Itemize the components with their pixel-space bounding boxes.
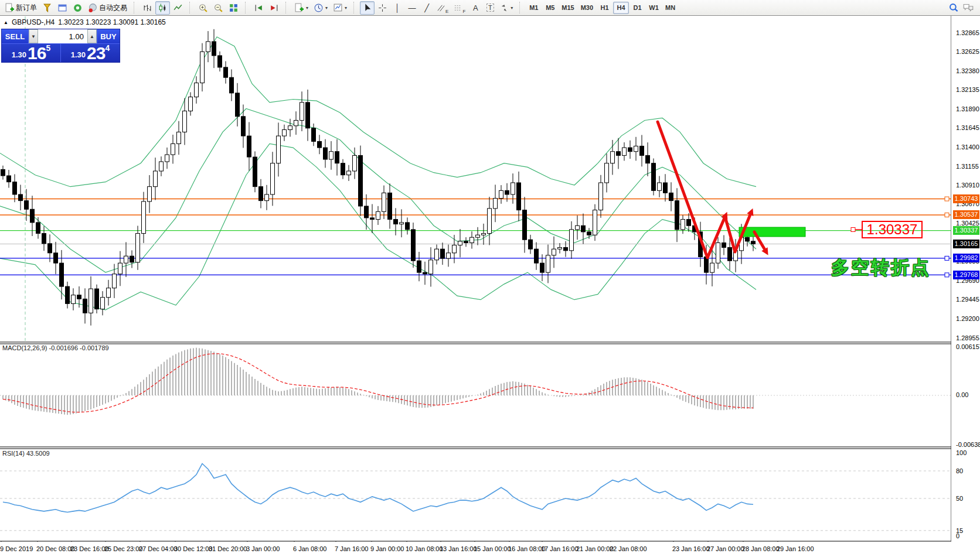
symbol-header: ▲ GBPUSD-,H4 1.30223 1.30223 1.30091 1.3… — [4, 18, 166, 26]
toolbar-separator — [134, 2, 137, 13]
search-icon[interactable] — [948, 2, 959, 13]
time-axis-label: 31 Dec 20:00 — [209, 545, 247, 552]
time-axis[interactable]: 9 Dec 201920 Dec 08:0023 Dec 16:0025 Dec… — [0, 542, 980, 557]
fibonacci-button[interactable]: F — [451, 1, 468, 15]
sell-price-main: 1.30 — [12, 49, 26, 61]
buy-button[interactable]: BUY — [97, 29, 120, 43]
new-order-button[interactable]: 新订单 — [2, 1, 39, 15]
sell-button[interactable]: SELL — [2, 29, 29, 43]
new-order-icon — [5, 3, 15, 13]
time-axis-label: 29 Jan 16:00 — [777, 545, 814, 552]
arrows-tool-icon — [500, 4, 509, 12]
tile-windows-button[interactable] — [226, 1, 241, 15]
price-tick-label: 1.30425 — [956, 220, 979, 227]
timeframe-button-m30[interactable]: M30 — [578, 2, 596, 14]
crosshair-button[interactable] — [375, 1, 390, 15]
bar-chart-button[interactable] — [140, 1, 155, 15]
timeframe-button-mn[interactable]: MN — [662, 2, 678, 14]
price-callout-text: 1.30337 — [867, 221, 918, 238]
line-chart-button[interactable] — [171, 1, 185, 15]
time-axis-label: 22 Jan 08:00 — [610, 545, 647, 552]
buy-price[interactable]: 1.30 23 4 — [61, 44, 120, 62]
time-axis-label: 27 Jan 00:00 — [707, 545, 744, 552]
chat-icon[interactable] — [962, 2, 974, 13]
crosshair-icon — [377, 3, 387, 13]
auto-scroll-button[interactable] — [251, 1, 266, 15]
trend-arrows[interactable] — [658, 122, 768, 258]
channel-button[interactable]: E — [434, 1, 451, 15]
bar-chart-icon — [142, 3, 152, 13]
text-label-button[interactable]: T — [483, 1, 497, 15]
turning-point-annotation[interactable]: 多空转折点 — [831, 255, 931, 280]
one-click-trade-panel: SELL ▼ ▲ BUY 1.30 16 5 1.30 23 4 — [1, 29, 120, 63]
timeframe-button-h4[interactable]: H4 — [613, 2, 629, 14]
trendline-button[interactable]: ╱ — [420, 1, 434, 15]
price-tick-label: 1.31400 — [956, 143, 979, 151]
price-tick-label: 1.30910 — [956, 182, 979, 189]
volume-input[interactable] — [38, 29, 87, 43]
timeframe-button-m1[interactable]: M1 — [526, 2, 542, 14]
new-chart-icon — [57, 3, 67, 13]
price-tick-label: 1.32625 — [956, 48, 979, 55]
candlestick-chart-button[interactable] — [155, 1, 170, 15]
buy-price-big: 23 — [87, 45, 105, 61]
time-axis-label: 25 Dec 23:00 — [104, 545, 142, 552]
chevron-down-icon: ▾ — [325, 5, 328, 11]
volume-down-button[interactable]: ▼ — [29, 29, 38, 43]
timeframe-button-d1[interactable]: D1 — [629, 2, 645, 14]
vertical-line-icon: │ — [395, 4, 400, 12]
time-axis-label: 15 Jan 00:00 — [474, 545, 511, 552]
horizontal-line-button[interactable]: — — [405, 1, 419, 15]
sell-price[interactable]: 1.30 16 5 — [2, 44, 61, 62]
timeframe-button-h1[interactable]: H1 — [597, 2, 612, 14]
fibonacci-icon — [454, 4, 462, 12]
text-label-label: T — [486, 4, 494, 12]
metaeditor-button[interactable] — [40, 1, 55, 15]
macd-indicator-label: MACD(12,26,9) -0.001696 -0.001789 — [2, 344, 109, 351]
price-tick-label: 1.29200 — [956, 315, 979, 322]
chart-shift-button[interactable] — [267, 1, 281, 15]
price-tick-label: 1.28955 — [956, 334, 979, 341]
vertical-line-button[interactable]: │ — [390, 1, 404, 15]
volume-up-button[interactable]: ▲ — [87, 29, 97, 43]
price-badge-1.30165: 1.30165 — [953, 240, 979, 248]
periods-button[interactable]: ▾ — [311, 1, 330, 15]
buy-price-main: 1.30 — [71, 49, 86, 61]
price-callout-label[interactable]: 1.30337 — [862, 221, 923, 238]
price-badge-1.30743: 1.30743 — [953, 194, 979, 203]
mt4-window: 新订单 自动交易 — [0, 0, 980, 557]
timeframe-button-w1[interactable]: W1 — [646, 2, 662, 14]
arrows-tool-button[interactable]: ▾ — [498, 1, 515, 15]
timeframe-button-m5[interactable]: M5 — [542, 2, 558, 14]
rsi-axis-label: 100 — [956, 449, 967, 456]
symbol-name: GBPUSD-,H4 — [12, 18, 55, 26]
auto-trading-button[interactable]: 自动交易 — [86, 1, 130, 15]
metaeditor-icon — [42, 3, 52, 13]
time-axis-label: 16 Jan 08:00 — [508, 545, 546, 552]
time-axis-label: 23 Jan 16:00 — [672, 545, 710, 552]
rsi-axis-label: 80 — [956, 467, 963, 474]
price-axis[interactable]: 1.328651.326251.323801.321351.318901.316… — [951, 16, 980, 557]
macd-axis-label: -0.00638 — [956, 441, 980, 448]
price-tick-label: 1.31155 — [956, 163, 979, 170]
chart-canvas[interactable] — [0, 16, 980, 557]
timeframe-button-m15[interactable]: M15 — [559, 2, 577, 14]
macd-signal-line — [3, 354, 753, 412]
text-tool-button[interactable]: A — [468, 1, 482, 15]
symbol-ohlc: 1.30223 1.30223 1.30091 1.30165 — [58, 18, 166, 26]
chevron-down-icon: ▾ — [345, 5, 347, 11]
cursor-button[interactable] — [360, 1, 375, 15]
auto-trading-icon — [88, 3, 98, 13]
new-chart-button[interactable] — [55, 1, 70, 15]
candlestick-chart-icon — [158, 3, 168, 13]
zoom-in-button[interactable] — [196, 1, 210, 15]
bollinger-bands — [0, 37, 756, 310]
signals-button[interactable] — [70, 1, 85, 15]
price-tick-label: 1.31645 — [956, 124, 979, 131]
zoom-in-icon — [198, 3, 208, 13]
indicators-button[interactable]: ▾ — [292, 1, 311, 15]
templates-button[interactable]: ▾ — [331, 1, 349, 15]
indicators-icon — [294, 3, 304, 13]
macd-axis-label: 0.00 — [956, 391, 968, 398]
zoom-out-button[interactable] — [211, 1, 226, 15]
